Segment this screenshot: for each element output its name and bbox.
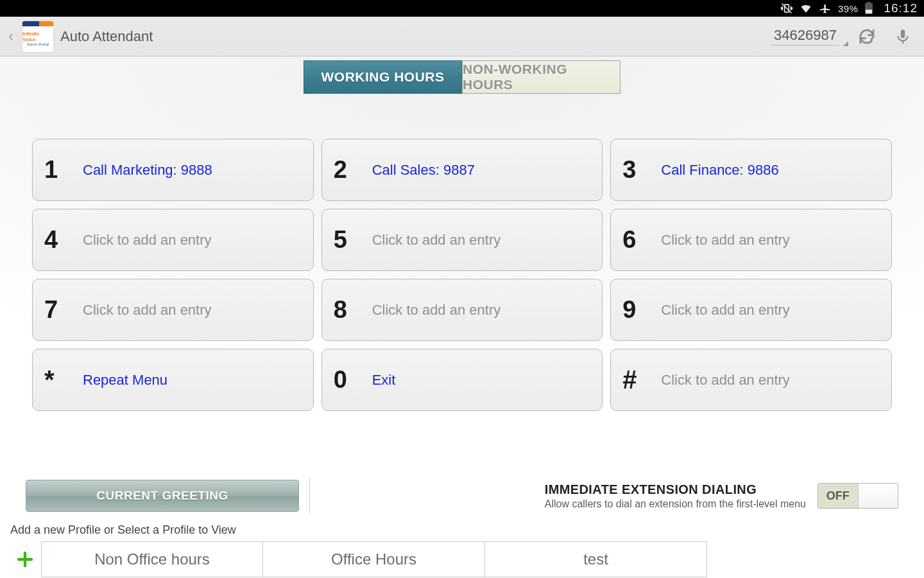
back-caret-icon[interactable]: ‹ — [6, 28, 15, 45]
key-digit: 2 — [334, 156, 372, 184]
svg-rect-5 — [902, 40, 903, 43]
profile-tab[interactable]: Non Office hours — [41, 541, 263, 577]
battery-icon — [864, 2, 873, 15]
key-digit: 1 — [44, 156, 83, 184]
keypad-key-0[interactable]: 0Exit — [321, 349, 603, 411]
account-number-dropdown[interactable]: 34626987 — [771, 27, 839, 46]
key-label: Click to add an entry — [83, 302, 212, 319]
toggle-on-label — [859, 484, 898, 508]
key-digit: 6 — [622, 226, 661, 254]
profiles-hint: Add a new Profile or Select a Profile to… — [10, 523, 236, 537]
key-label: Click to add an entry — [372, 232, 501, 249]
key-digit: 7 — [44, 296, 83, 324]
account-number-value: 34626987 — [774, 27, 837, 43]
keypad-key-4[interactable]: 4Click to add an entry — [32, 209, 314, 271]
wifi-icon — [800, 2, 812, 15]
key-digit: 4 — [44, 226, 83, 254]
extension-dialing-sub: Allow callers to dial an extension from … — [545, 498, 806, 510]
key-digit: 0 — [334, 366, 372, 394]
keypad-key-*[interactable]: *Repeat Menu — [32, 349, 314, 411]
microphone-icon[interactable] — [894, 27, 911, 46]
key-label: Click to add an entry — [661, 372, 790, 389]
keypad-key-5[interactable]: 5Click to add an entry — [321, 209, 603, 271]
key-digit: 5 — [334, 226, 372, 254]
chevron-down-icon — [843, 41, 848, 46]
refresh-icon[interactable] — [857, 27, 877, 46]
key-label: Call Finance: 9886 — [661, 162, 778, 179]
key-digit: 8 — [334, 296, 372, 324]
tab-non-working-hours[interactable]: NON-WORKING HOURS — [462, 60, 620, 94]
toggle-off-label: OFF — [818, 484, 859, 508]
content-area: WORKING HOURS NON-WORKING HOURS 1Call Ma… — [0, 57, 924, 578]
profile-tab[interactable]: Office Hours — [263, 541, 485, 577]
app-action-bar: ‹ Infinite Voice Admin Portal Auto Atten… — [0, 17, 924, 57]
key-label: Repeat Menu — [83, 372, 167, 389]
greeting-row: CURRENT GREETING IMMEDIATE EXTENSION DIA… — [0, 478, 924, 514]
status-clock: 16:12 — [884, 1, 918, 15]
profiles-row: Non Office hours Office Hours test — [0, 541, 924, 578]
key-label: Click to add an entry — [661, 232, 790, 249]
vibrate-off-icon — [780, 2, 793, 15]
keypad-key-1[interactable]: 1Call Marketing: 9888 — [32, 139, 314, 201]
airplane-mode-icon — [819, 2, 832, 15]
key-label: Click to add an entry — [661, 302, 790, 319]
app-logo-icon[interactable]: Infinite Voice Admin Portal — [22, 21, 54, 53]
keypad-key-3[interactable]: 3Call Finance: 9886 — [610, 139, 892, 201]
keypad-key-7[interactable]: 7Click to add an entry — [32, 279, 314, 341]
plus-icon — [15, 550, 35, 569]
tab-working-hours[interactable]: WORKING HOURS — [304, 60, 462, 94]
keypad-key-6[interactable]: 6Click to add an entry — [610, 209, 892, 271]
key-label: Click to add an entry — [83, 232, 212, 249]
battery-percent: 39% — [838, 3, 859, 14]
keypad-grid: 1Call Marketing: 98882Call Sales: 98873C… — [32, 139, 892, 411]
hours-segmented-tabs: WORKING HOURS NON-WORKING HOURS — [0, 57, 924, 94]
key-label: Click to add an entry — [372, 302, 501, 319]
profile-tab[interactable]: test — [485, 541, 707, 577]
extension-dialing-toggle[interactable]: OFF — [817, 483, 898, 509]
key-digit: 9 — [622, 296, 661, 324]
keypad-key-2[interactable]: 2Call Sales: 9887 — [321, 139, 603, 201]
key-label: Call Marketing: 9888 — [83, 162, 212, 179]
extension-dialing-heading: IMMEDIATE EXTENSION DIALING — [545, 482, 806, 497]
key-label: Exit — [372, 372, 396, 389]
keypad-key-8[interactable]: 8Click to add an entry — [321, 279, 603, 341]
svg-rect-4 — [901, 30, 905, 38]
vertical-divider — [309, 478, 310, 514]
android-status-bar: 39% 16:12 — [0, 0, 924, 17]
add-profile-button[interactable] — [9, 543, 41, 575]
key-label: Call Sales: 9887 — [372, 162, 475, 179]
svg-rect-2 — [867, 2, 871, 4]
key-digit: * — [44, 365, 83, 394]
key-digit: # — [622, 365, 661, 394]
keypad-key-#[interactable]: #Click to add an entry — [610, 349, 892, 411]
current-greeting-button[interactable]: CURRENT GREETING — [26, 480, 299, 512]
key-digit: 3 — [622, 156, 661, 184]
keypad-key-9[interactable]: 9Click to add an entry — [610, 279, 892, 341]
page-title: Auto Attendant — [60, 28, 153, 45]
svg-rect-3 — [866, 10, 872, 13]
